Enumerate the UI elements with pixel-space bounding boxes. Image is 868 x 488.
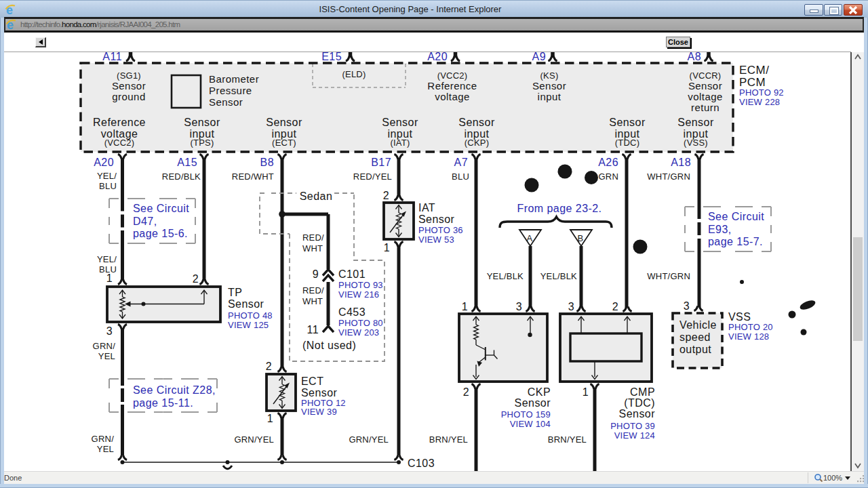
- svg-text:(ECT): (ECT): [272, 138, 296, 148]
- svg-text:1: 1: [384, 242, 390, 253]
- svg-text:voltage: voltage: [435, 91, 470, 102]
- svg-text:VIEW 53: VIEW 53: [418, 235, 454, 245]
- svg-text:(VCCR): (VCCR): [690, 70, 722, 81]
- svg-text:YEL/: YEL/: [97, 171, 117, 181]
- svg-text:(KS): (KS): [540, 70, 559, 81]
- svg-text:11: 11: [307, 324, 319, 336]
- svg-text:Sensor: Sensor: [609, 117, 646, 128]
- svg-text:Sensor: Sensor: [228, 298, 264, 310]
- svg-text:C103: C103: [408, 458, 435, 469]
- svg-text:ground: ground: [112, 91, 145, 102]
- svg-text:BLU: BLU: [99, 181, 117, 191]
- svg-text:YEL: YEL: [98, 351, 115, 361]
- svg-text:A18: A18: [671, 157, 691, 168]
- svg-text:B: B: [578, 233, 584, 243]
- svg-text:Barometer: Barometer: [209, 73, 259, 85]
- svg-text:VIEW 203: VIEW 203: [338, 327, 379, 338]
- svg-text:WHT/GRN: WHT/GRN: [647, 271, 690, 281]
- svg-text:A9: A9: [532, 51, 546, 62]
- svg-text:C101: C101: [338, 268, 366, 280]
- svg-text:3: 3: [106, 325, 113, 337]
- svg-text:PHOTO 48: PHOTO 48: [228, 310, 273, 321]
- svg-text:(Not used): (Not used): [302, 340, 356, 351]
- svg-text:1: 1: [583, 386, 589, 398]
- svg-text:(VCC2): (VCC2): [437, 70, 468, 81]
- svg-text:WHT: WHT: [302, 243, 323, 253]
- svg-text:RED/WHT: RED/WHT: [232, 171, 274, 182]
- svg-text:2: 2: [612, 301, 618, 312]
- svg-text:Sensor: Sensor: [458, 117, 495, 128]
- svg-text:speed: speed: [679, 331, 711, 343]
- svg-text:Reference: Reference: [427, 80, 477, 92]
- svg-text:See Circuit Z28,: See Circuit Z28,: [133, 384, 216, 396]
- svg-text:1: 1: [462, 301, 468, 312]
- svg-text:2: 2: [383, 190, 389, 201]
- svg-text:B17: B17: [371, 157, 391, 168]
- svg-text:page 15-11.: page 15-11.: [133, 397, 193, 409]
- svg-text:9: 9: [313, 268, 319, 280]
- svg-text:GRN/YEL: GRN/YEL: [234, 434, 274, 445]
- svg-text:2: 2: [193, 273, 199, 285]
- svg-text:TP: TP: [228, 287, 242, 298]
- svg-text:page 15-7.: page 15-7.: [708, 236, 763, 247]
- svg-text:VIEW 124: VIEW 124: [614, 430, 655, 441]
- svg-text:Pressure: Pressure: [209, 85, 252, 96]
- svg-text:VIEW 228: VIEW 228: [739, 97, 780, 107]
- svg-text:3: 3: [568, 301, 574, 312]
- svg-text:Sensor: Sensor: [688, 80, 722, 92]
- svg-text:Sensor: Sensor: [515, 397, 551, 409]
- svg-text:Sedan: Sedan: [300, 190, 333, 202]
- svg-text:3: 3: [684, 300, 690, 312]
- svg-text:WHT: WHT: [302, 296, 323, 306]
- svg-text:VIEW 216: VIEW 216: [338, 289, 379, 300]
- svg-text:GRN/: GRN/: [92, 434, 115, 444]
- svg-text:D47,: D47,: [133, 216, 157, 227]
- svg-text:A15: A15: [177, 157, 197, 168]
- svg-text:VIEW 125: VIEW 125: [228, 320, 269, 330]
- svg-text:1: 1: [267, 413, 273, 424]
- svg-text:Sensor: Sensor: [112, 80, 146, 92]
- svg-text:A26: A26: [598, 157, 618, 168]
- svg-text:From page 23-2.: From page 23-2.: [517, 203, 601, 214]
- svg-text:Sensor: Sensor: [382, 117, 418, 128]
- svg-text:(ELD): (ELD): [342, 69, 366, 79]
- svg-text:2: 2: [266, 361, 272, 372]
- svg-text:PHOTO 36: PHOTO 36: [418, 225, 463, 235]
- svg-text:See Circuit: See Circuit: [708, 211, 764, 222]
- svg-text:RED/YEL: RED/YEL: [353, 171, 392, 182]
- svg-text:YEL/BLK: YEL/BLK: [540, 271, 577, 281]
- svg-text:PHOTO 92: PHOTO 92: [739, 87, 784, 98]
- svg-text:return: return: [691, 102, 719, 113]
- svg-text:(TPS): (TPS): [190, 138, 214, 148]
- svg-text:3: 3: [516, 301, 522, 312]
- svg-text:B8: B8: [260, 157, 274, 168]
- svg-text:PHOTO 20: PHOTO 20: [728, 322, 773, 332]
- svg-text:ECT: ECT: [301, 375, 323, 387]
- svg-text:ECM/: ECM/: [739, 64, 769, 77]
- svg-text:Sensor: Sensor: [532, 80, 566, 92]
- svg-text:Vehicle: Vehicle: [679, 319, 717, 331]
- svg-text:1: 1: [106, 272, 113, 284]
- svg-text:A7: A7: [454, 157, 468, 168]
- svg-text:PHOTO 93: PHOTO 93: [338, 280, 383, 290]
- svg-text:output: output: [679, 344, 711, 355]
- svg-text:(TDC): (TDC): [624, 397, 655, 409]
- svg-text:voltage: voltage: [688, 91, 723, 102]
- svg-text:page 15-6.: page 15-6.: [133, 228, 188, 239]
- svg-text:BRN/YEL: BRN/YEL: [548, 434, 587, 445]
- svg-text:Sensor: Sensor: [677, 117, 714, 128]
- svg-text:input: input: [538, 91, 561, 102]
- svg-text:A20: A20: [427, 51, 448, 62]
- svg-text:PHOTO 80: PHOTO 80: [338, 318, 383, 328]
- svg-text:Sensor: Sensor: [418, 214, 455, 225]
- svg-text:2: 2: [463, 386, 469, 398]
- svg-text:E93,: E93,: [708, 224, 732, 235]
- svg-text:(SG1): (SG1): [117, 70, 141, 81]
- svg-text:RED/: RED/: [302, 232, 324, 243]
- svg-text:A: A: [527, 233, 533, 243]
- svg-text:(IAT): (IAT): [390, 138, 410, 148]
- svg-text:Sensor: Sensor: [209, 96, 243, 108]
- svg-text:YEL/: YEL/: [97, 254, 117, 264]
- svg-text:VIEW 128: VIEW 128: [728, 331, 769, 342]
- svg-text:IAT: IAT: [418, 202, 435, 214]
